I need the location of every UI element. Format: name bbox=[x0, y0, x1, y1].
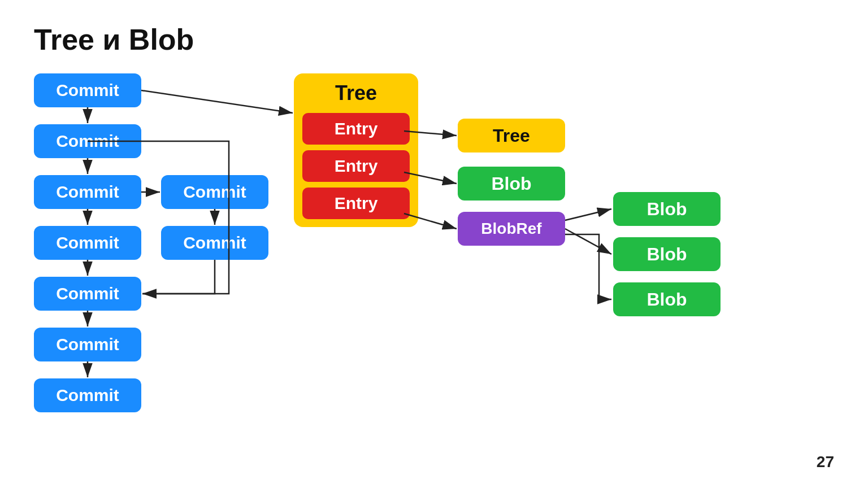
commit-1: Commit bbox=[34, 73, 141, 107]
blobref: BlobRef bbox=[458, 212, 565, 246]
commit-5: Commit bbox=[34, 277, 141, 311]
commit-7: Commit bbox=[34, 378, 141, 412]
commit-6: Commit bbox=[34, 328, 141, 361]
svg-line-14 bbox=[565, 209, 611, 220]
commit-r2: Commit bbox=[161, 226, 268, 260]
blob-r1: Blob bbox=[613, 192, 721, 226]
entry-3: Entry bbox=[302, 188, 410, 219]
svg-line-15 bbox=[565, 229, 611, 254]
tree-title: Tree bbox=[335, 81, 377, 105]
page-title: Tree и Blob bbox=[34, 23, 194, 56]
commit-2: Commit bbox=[34, 124, 141, 158]
entry-1: Entry bbox=[302, 113, 410, 145]
blob-main: Blob bbox=[458, 167, 565, 201]
page-number: 27 bbox=[817, 453, 834, 471]
blob-r3: Blob bbox=[613, 282, 721, 316]
commit-3: Commit bbox=[34, 175, 141, 209]
commit-4: Commit bbox=[34, 226, 141, 260]
blob-r2: Blob bbox=[613, 237, 721, 271]
tree-container: Tree Entry Entry Entry bbox=[294, 73, 418, 227]
commit-r1: Commit bbox=[161, 175, 268, 209]
entry-2: Entry bbox=[302, 150, 410, 182]
svg-line-8 bbox=[141, 90, 293, 113]
tree-small: Tree bbox=[458, 119, 565, 152]
